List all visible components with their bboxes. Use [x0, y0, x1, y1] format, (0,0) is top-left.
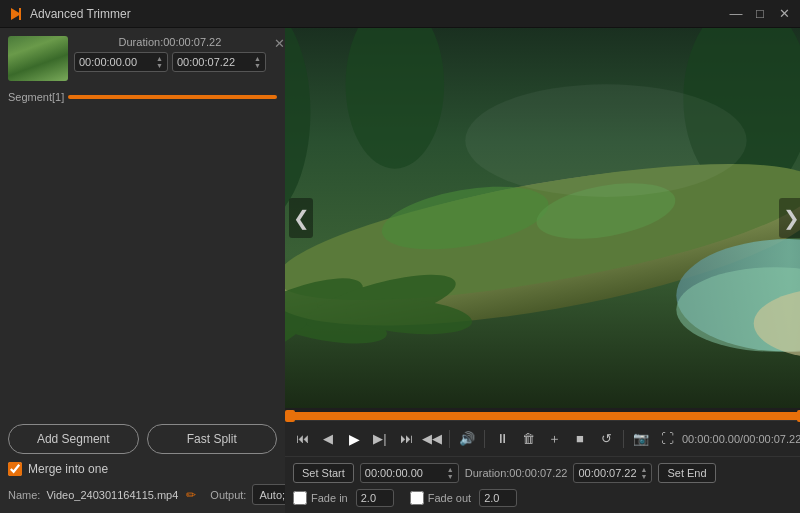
fast-split-button[interactable]: Fast Split [147, 424, 278, 454]
left-panel: Duration:00:00:07.22 ▲ ▼ ▲ ▼ [0, 28, 285, 513]
step-back-button[interactable]: ⏮ [291, 428, 313, 450]
prev-segment-button[interactable]: ◀◀ [421, 428, 443, 450]
video-area: ❮ ❯ [285, 28, 800, 408]
window-controls: — □ ✕ [728, 6, 792, 22]
merge-row: Merge into one [8, 462, 277, 476]
start-time-wrap: ▲ ▼ [74, 52, 168, 72]
end-up-btn[interactable]: ▲ [254, 55, 261, 62]
svg-rect-1 [19, 8, 21, 20]
close-button[interactable]: ✕ [776, 6, 792, 22]
end-field-up[interactable]: ▲ [640, 466, 647, 473]
fade-out-checkbox[interactable] [410, 491, 424, 505]
stop-button[interactable]: ■ [569, 428, 591, 450]
play-button[interactable]: ▶ [343, 428, 365, 450]
bottom-controls: Set Start ▲ ▼ Duration:00:00:07.22 ▲ ▼ [285, 456, 800, 513]
end-time-field-input[interactable] [578, 467, 638, 479]
fade-in-input-wrap [356, 489, 394, 507]
fade-row: Fade in Fade out [293, 489, 799, 507]
main-content: Duration:00:00:07.22 ▲ ▼ ▲ ▼ [0, 28, 800, 513]
right-panel: ❮ ❯ ⏮ ◀ ▶ ▶| ⏭ ◀◀ 🔊 ⏸ 🗑 ＋ ■ ↺ 📷 ⛶ [285, 28, 800, 513]
timeline-container [285, 408, 800, 420]
fade-out-label: Fade out [428, 492, 471, 504]
merge-label: Merge into one [28, 462, 108, 476]
set-end-button[interactable]: Set End [658, 463, 715, 483]
end-time-input[interactable] [177, 56, 252, 68]
next-frame-button[interactable]: ▶| [369, 428, 391, 450]
fade-in-input[interactable] [361, 492, 389, 504]
time-row: Set Start ▲ ▼ Duration:00:00:07.22 ▲ ▼ [293, 463, 799, 483]
thumbnail [8, 36, 68, 81]
left-actions: Add Segment Fast Split [8, 424, 277, 454]
fade-in-checkbox[interactable] [293, 491, 307, 505]
volume-button[interactable]: 🔊 [456, 428, 478, 450]
edit-name-icon[interactable]: ✏ [186, 488, 196, 502]
video-scene: ❮ ❯ [285, 28, 800, 408]
start-time-input[interactable] [79, 56, 154, 68]
start-field-spin: ▲ ▼ [447, 466, 454, 480]
video-prev-button[interactable]: ❮ [289, 198, 313, 238]
segment-close-button[interactable]: ✕ [274, 36, 285, 51]
duration-text: Duration:00:00:07.22 [465, 467, 568, 479]
end-field-spin: ▲ ▼ [640, 466, 647, 480]
timeline-bar[interactable] [285, 412, 800, 420]
maximize-button[interactable]: □ [752, 6, 768, 22]
fade-in-label: Fade in [311, 492, 348, 504]
duration-label: Duration:00:00:07.22 [74, 36, 266, 48]
start-time-field-input[interactable] [365, 467, 445, 479]
output-label: Output: [210, 489, 246, 501]
end-time-wrap: ▲ ▼ [172, 52, 266, 72]
start-down-btn[interactable]: ▼ [156, 62, 163, 69]
name-label: Name: [8, 489, 40, 501]
segment-label: Segment[1] [8, 91, 64, 103]
forest-svg [285, 28, 800, 408]
minimize-button[interactable]: — [728, 6, 744, 22]
add-segment-button[interactable]: Add Segment [8, 424, 139, 454]
repeat-button[interactable]: ↺ [595, 428, 617, 450]
end-spin: ▲ ▼ [254, 55, 261, 69]
time-inputs: ▲ ▼ ▲ ▼ [74, 52, 266, 72]
step-forward-button[interactable]: ⏭ [395, 428, 417, 450]
title-bar: Advanced Trimmer — □ ✕ [0, 0, 800, 28]
start-time-field: ▲ ▼ [360, 463, 459, 483]
start-spin: ▲ ▼ [156, 55, 163, 69]
end-field-down[interactable]: ▼ [640, 473, 647, 480]
time-display: 00:00:00.00/00:00:07.22 [682, 433, 800, 445]
segment-progress-bar [68, 95, 277, 99]
divider1 [449, 430, 450, 448]
end-down-btn[interactable]: ▼ [254, 62, 261, 69]
merge-checkbox[interactable] [8, 462, 22, 476]
fade-out-group: Fade out [410, 491, 471, 505]
video-next-button[interactable]: ❯ [779, 198, 800, 238]
set-start-button[interactable]: Set Start [293, 463, 354, 483]
prev-frame-button[interactable]: ◀ [317, 428, 339, 450]
app-logo-icon [8, 6, 24, 22]
fade-out-input-wrap [479, 489, 517, 507]
svg-point-20 [465, 84, 746, 197]
name-row: Name: Video_240301164115.mp4 ✏ Output: A… [8, 484, 277, 505]
fullscreen-button[interactable]: ⛶ [656, 428, 678, 450]
start-field-down[interactable]: ▼ [447, 473, 454, 480]
screenshot-button[interactable]: 📷 [630, 428, 652, 450]
segment-info: Duration:00:00:07.22 ▲ ▼ ▲ ▼ [74, 36, 266, 72]
file-name: Video_240301164115.mp4 [46, 489, 178, 501]
controls-bar: ⏮ ◀ ▶ ▶| ⏭ ◀◀ 🔊 ⏸ 🗑 ＋ ■ ↺ 📷 ⛶ 00:00:00.0… [285, 420, 800, 456]
fade-out-input[interactable] [484, 492, 512, 504]
fade-in-group: Fade in [293, 491, 348, 505]
start-up-btn[interactable]: ▲ [156, 55, 163, 62]
delete-button[interactable]: 🗑 [517, 428, 539, 450]
app-title: Advanced Trimmer [30, 7, 728, 21]
divider2 [484, 430, 485, 448]
segment-preview: Duration:00:00:07.22 ▲ ▼ ▲ ▼ [8, 36, 277, 81]
add-button[interactable]: ＋ [543, 428, 565, 450]
end-time-field: ▲ ▼ [573, 463, 652, 483]
pause-button[interactable]: ⏸ [491, 428, 513, 450]
start-field-up[interactable]: ▲ [447, 466, 454, 473]
segment-bar-row: Segment[1] [8, 91, 277, 103]
divider3 [623, 430, 624, 448]
